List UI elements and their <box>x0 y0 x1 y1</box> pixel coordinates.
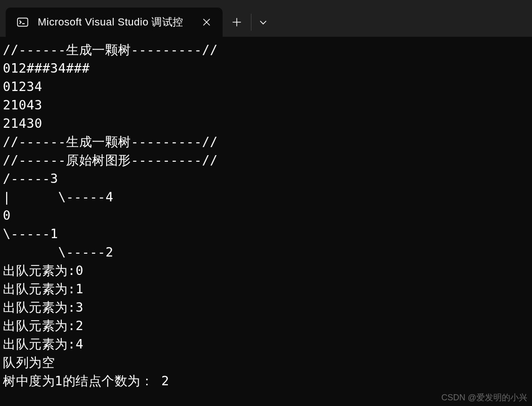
watermark: CSDN @爱发明的小兴 <box>441 392 527 403</box>
titlebar-actions <box>223 8 275 37</box>
tab-title: Microsoft Visual Studio 调试控 <box>38 15 191 29</box>
tab-active[interactable]: Microsoft Visual Studio 调试控 <box>6 8 223 37</box>
titlebar: Microsoft Visual Studio 调试控 <box>0 0 532 37</box>
svg-rect-0 <box>17 18 28 26</box>
chevron-down-icon <box>258 17 268 27</box>
new-tab-button[interactable] <box>223 8 251 37</box>
close-icon[interactable] <box>200 16 213 29</box>
tab-dropdown-button[interactable] <box>251 8 275 37</box>
console-output: //------生成一颗树---------// 012###34### 012… <box>0 37 532 394</box>
terminal-icon <box>16 16 29 29</box>
